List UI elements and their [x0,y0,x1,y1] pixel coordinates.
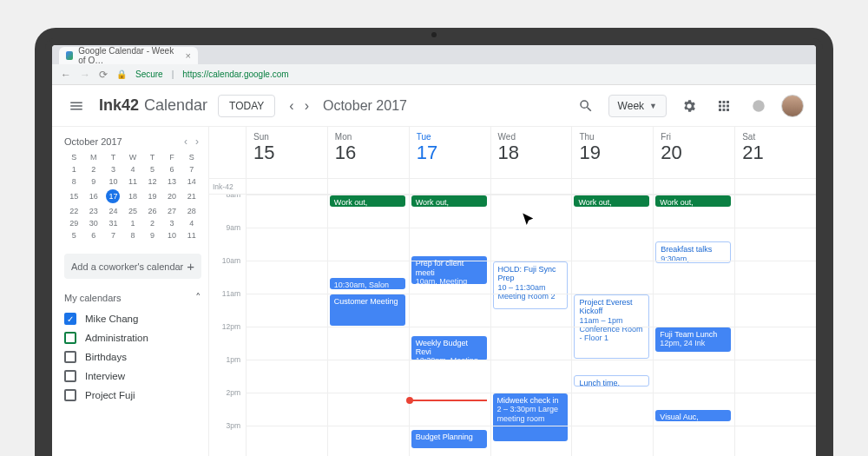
day-column[interactable] [246,195,327,456]
calendar-event[interactable]: Lunch time,1:30pm [574,375,649,387]
search-icon[interactable] [574,94,598,118]
my-calendars-header[interactable]: My calendars ˄ [64,291,201,304]
minical-day[interactable]: 28 [181,205,201,217]
calendar-event[interactable]: HOLD: Fuji Sync Prep10 – 11:30am Meeting… [493,261,569,309]
minical-day[interactable]: 21 [181,188,201,205]
calendar-event[interactable]: Work out,8am [330,195,405,207]
minical-day[interactable]: 4 [181,217,201,229]
nav-forward-icon[interactable]: → [80,69,90,81]
day-column-header[interactable]: Tue17 [409,127,490,178]
calendar-toggle[interactable]: Mike Chang [64,309,201,328]
minical-day[interactable]: 9 [142,229,162,241]
minical-day[interactable]: 19 [142,188,162,205]
minical-day[interactable]: 6 [162,163,182,175]
minical-prev-icon[interactable]: ‹ [181,135,190,148]
plus-icon[interactable]: + [187,259,194,274]
minical-day[interactable]: 14 [181,175,201,188]
nav-back-icon[interactable]: ← [61,69,71,81]
next-week-icon[interactable]: › [301,95,312,117]
day-column[interactable]: Work out,8am10:30am, Salon coffeCustomer… [327,195,409,456]
view-selector[interactable]: Week ▼ [608,95,667,117]
minical-next-icon[interactable]: › [193,135,201,148]
checkbox-icon[interactable] [64,389,76,401]
calendar-event[interactable]: Fuji Team Lunch12pm, 24 Ink [655,327,731,352]
minical-day[interactable]: 5 [64,229,84,241]
hamburger-menu-icon[interactable] [64,94,89,118]
minical-day[interactable]: 26 [142,205,162,217]
checkbox-icon[interactable] [64,351,76,363]
day-column-header[interactable]: Sun15 [246,127,327,178]
minical-day[interactable]: 2 [142,217,162,229]
minical-day[interactable]: 10 [103,175,123,188]
address-url[interactable]: https://calendar.google.com [182,69,288,79]
minical-day[interactable]: 2 [84,163,104,175]
day-column-header[interactable]: Thu19 [571,127,653,178]
minical-day[interactable]: 30 [84,217,104,229]
prev-week-icon[interactable]: ‹ [286,95,297,117]
minical-day[interactable]: 15 [64,188,84,205]
minical-day[interactable]: 29 [64,217,84,229]
calendar-event[interactable]: Budget Planning [411,430,487,448]
minical-day[interactable]: 9 [84,175,104,188]
browser-tab[interactable]: Google Calendar - Week of O… × [59,47,198,64]
nav-reload-icon[interactable]: ⟳ [99,69,108,81]
calendar-toggle[interactable]: Interview [64,367,201,386]
mini-calendar[interactable]: SMTWTFS 12345678910111213141516171819202… [64,151,201,241]
minical-day[interactable]: 17 [103,188,123,205]
notifications-bell-icon[interactable] [746,94,771,118]
minical-day[interactable]: 3 [162,217,182,229]
day-column-header[interactable]: Sat21 [734,127,816,178]
minical-day[interactable]: 10 [162,229,182,241]
minical-day[interactable]: 11 [123,175,143,188]
day-column[interactable]: HOLD: Fuji Sync Prep10 – 11:30am Meeting… [490,195,572,456]
day-column-header[interactable]: Mon16 [327,127,409,178]
minical-day[interactable]: 6 [84,229,104,241]
minical-day[interactable]: 31 [103,217,123,229]
minical-day[interactable]: 3 [103,163,123,175]
minical-day[interactable]: 18 [123,188,143,205]
today-button[interactable]: TODAY [218,95,275,117]
day-column[interactable]: Work out,8amPrep for client meeti10am, M… [409,195,490,456]
time-grid[interactable]: 8am9am10am11am12pm1pm2pm3pm Work out,8am… [209,195,816,456]
calendar-event[interactable]: Visual Auc,2:30pm [655,410,731,421]
calendar-toggle[interactable]: Birthdays [64,347,201,367]
user-avatar[interactable] [781,95,804,117]
minical-day[interactable]: 27 [162,205,182,217]
minical-day[interactable]: 20 [162,188,182,205]
minical-day[interactable]: 7 [103,229,123,241]
minical-day[interactable]: 1 [64,163,84,175]
minical-day[interactable]: 7 [181,163,201,175]
day-column[interactable]: Work out,8amProject Everest Kickoff11am … [571,195,653,456]
calendar-toggle[interactable]: Project Fuji [64,386,201,405]
minical-day[interactable]: 12 [142,175,162,188]
day-column-header[interactable]: Fri20 [653,127,734,178]
calendar-event[interactable]: Work out,8am [655,195,731,207]
calendar-event[interactable]: Work out,8am [574,195,649,207]
calendar-event[interactable]: 10:30am, Salon coffe [330,278,405,289]
apps-grid-icon[interactable] [712,94,736,118]
day-column[interactable]: Work out,8amBreakfast talks9:30am, Audit… [653,195,734,456]
calendar-toggle[interactable]: Administration [64,328,201,347]
day-column[interactable] [734,195,816,456]
minical-day[interactable]: 13 [162,175,182,188]
checkbox-icon[interactable] [64,313,76,325]
minical-day[interactable]: 4 [123,163,143,175]
minical-day[interactable]: 11 [181,229,201,241]
calendar-event[interactable]: Weekly Budget Revi12:30pm, Meeting Ro [411,336,487,360]
tab-close-icon[interactable]: × [186,50,191,61]
minical-day[interactable]: 1 [123,217,143,229]
calendar-event[interactable]: Midweek check in2 – 3:30pm Large meeting… [493,393,569,441]
minical-day[interactable]: 24 [103,205,123,217]
minical-day[interactable]: 23 [84,205,104,217]
day-column-header[interactable]: Wed18 [490,127,572,178]
minical-day[interactable]: 16 [84,188,104,205]
minical-day[interactable]: 8 [64,175,84,188]
calendar-event[interactable]: Customer Meeting [330,294,405,326]
add-coworker-input[interactable]: Add a coworker's calendar + [64,254,201,279]
minical-day[interactable]: 5 [142,163,162,175]
checkbox-icon[interactable] [64,332,76,344]
minical-day[interactable]: 25 [123,205,143,217]
minical-day[interactable]: 8 [123,229,143,241]
checkbox-icon[interactable] [64,370,76,382]
minical-day[interactable]: 22 [64,205,84,217]
